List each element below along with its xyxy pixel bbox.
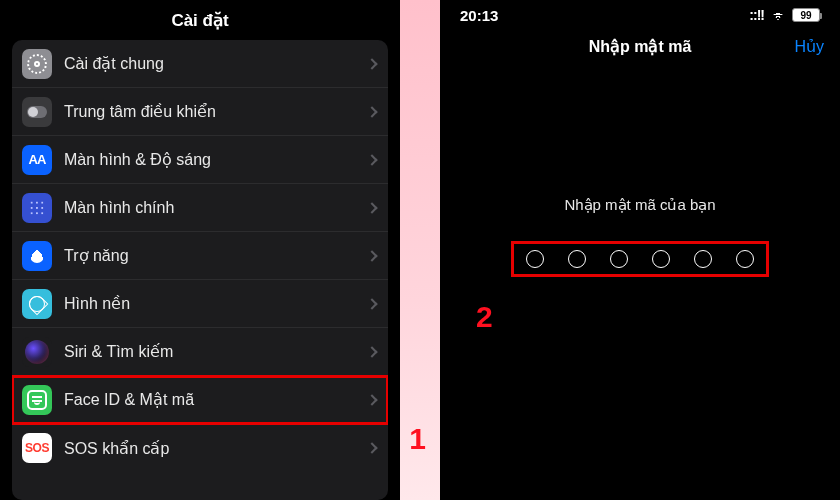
chevron-right-icon xyxy=(366,202,377,213)
settings-row-label: Màn hình & Độ sáng xyxy=(64,150,368,169)
passcode-prompt: Nhập mật mã của bạn xyxy=(564,196,715,214)
accessibility-icon xyxy=(22,241,52,271)
passcode-dots[interactable] xyxy=(514,244,766,274)
chevron-right-icon xyxy=(366,394,377,405)
passcode-title: Nhập mật mã xyxy=(589,37,692,56)
gear-icon xyxy=(22,49,52,79)
settings-row-sos[interactable]: SOSSOS khẩn cấp xyxy=(12,424,388,472)
status-time: 20:13 xyxy=(460,7,498,24)
flower-icon xyxy=(22,289,52,319)
passcode-dot xyxy=(526,250,544,268)
settings-row-label: Cài đặt chung xyxy=(64,54,368,73)
settings-row-face-id[interactable]: Face ID & Mật mã xyxy=(12,376,388,424)
settings-row-display[interactable]: AAMàn hình & Độ sáng xyxy=(12,136,388,184)
app-grid-icon xyxy=(22,193,52,223)
wifi-icon xyxy=(770,10,786,21)
chevron-right-icon xyxy=(366,442,377,453)
passcode-dot xyxy=(694,250,712,268)
settings-row-label: Face ID & Mật mã xyxy=(64,390,368,409)
settings-row-label: Màn hình chính xyxy=(64,199,368,217)
text-size-icon: AA xyxy=(22,145,52,175)
chevron-right-icon xyxy=(366,154,377,165)
step-marker-2: 2 xyxy=(476,300,493,334)
status-indicators: ::!! 99 xyxy=(749,7,820,23)
siri-icon xyxy=(22,337,52,367)
status-bar: 20:13 ::!! 99 xyxy=(440,0,840,26)
settings-row-siri[interactable]: Siri & Tìm kiếm xyxy=(12,328,388,376)
settings-row-control-center[interactable]: Trung tâm điều khiển xyxy=(12,88,388,136)
settings-row-general[interactable]: Cài đặt chung xyxy=(12,40,388,88)
cellular-icon: ::!! xyxy=(749,7,764,23)
settings-row-wallpaper[interactable]: Hình nền xyxy=(12,280,388,328)
passcode-dot xyxy=(736,250,754,268)
passcode-navbar: Nhập mật mã Hủy xyxy=(440,26,840,66)
passcode-body: Nhập mật mã của bạn xyxy=(440,66,840,500)
battery-icon: 99 xyxy=(792,8,820,22)
battery-level: 99 xyxy=(800,10,811,21)
switch-icon xyxy=(22,97,52,127)
chevron-right-icon xyxy=(366,346,377,357)
cancel-button[interactable]: Hủy xyxy=(794,26,824,66)
settings-row-accessibility[interactable]: Trợ năng xyxy=(12,232,388,280)
chevron-right-icon xyxy=(366,106,377,117)
settings-row-label: Trung tâm điều khiển xyxy=(64,102,368,121)
chevron-right-icon xyxy=(366,250,377,261)
settings-list: Cài đặt chungTrung tâm điều khiểnAAMàn h… xyxy=(12,40,388,500)
settings-row-label: Siri & Tìm kiếm xyxy=(64,342,368,361)
passcode-dot xyxy=(568,250,586,268)
settings-row-label: Hình nền xyxy=(64,294,368,313)
settings-row-home-screen[interactable]: Màn hình chính xyxy=(12,184,388,232)
settings-screen: Cài đặt Cài đặt chungTrung tâm điều khiể… xyxy=(0,0,400,500)
settings-title-bar: Cài đặt xyxy=(0,0,400,40)
step-marker-1: 1 xyxy=(409,422,426,456)
settings-row-label: Trợ năng xyxy=(64,246,368,265)
settings-row-label: SOS khẩn cấp xyxy=(64,439,368,458)
sos-icon: SOS xyxy=(22,433,52,463)
chevron-right-icon xyxy=(366,58,377,69)
chevron-right-icon xyxy=(366,298,377,309)
passcode-screen: 20:13 ::!! 99 Nhập mật mã Hủy Nhập mật m… xyxy=(440,0,840,500)
passcode-dot xyxy=(652,250,670,268)
passcode-dot xyxy=(610,250,628,268)
face-id-icon xyxy=(22,385,52,415)
settings-title: Cài đặt xyxy=(171,10,228,31)
